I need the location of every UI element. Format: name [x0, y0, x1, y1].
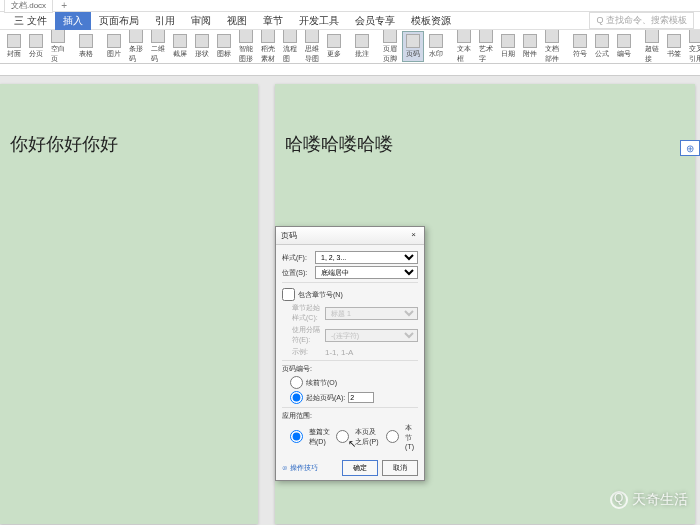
- cover-icon: [7, 34, 21, 48]
- menu-devtools[interactable]: 开发工具: [291, 12, 347, 30]
- horizontal-ruler[interactable]: [0, 64, 700, 76]
- include-chapter-checkbox[interactable]: [282, 288, 295, 301]
- close-icon[interactable]: ×: [408, 230, 419, 241]
- new-tab-button[interactable]: +: [57, 0, 71, 11]
- flowchart-icon: [283, 30, 297, 43]
- example-label: 示例:: [292, 347, 322, 357]
- bookmark-icon: [667, 34, 681, 48]
- document-canvas[interactable]: 你好你好你好 哈喽哈喽哈喽 ⊕ 页码 × 样式(F): 1, 2, 3... 位…: [0, 76, 700, 525]
- textbox-icon: [457, 30, 471, 43]
- blank-page-button[interactable]: 空白页: [48, 30, 68, 64]
- numbering-button[interactable]: 编号: [614, 32, 634, 61]
- example-value: 1-1, 1-A: [325, 348, 353, 357]
- hyperlink-button[interactable]: 超链接: [642, 30, 662, 64]
- cancel-button[interactable]: 取消: [382, 460, 418, 476]
- docer-button[interactable]: 稻壳素材: [258, 30, 278, 64]
- page-1[interactable]: 你好你好你好: [0, 84, 258, 524]
- shapes-button[interactable]: 形状: [192, 32, 212, 61]
- apply-from-radio[interactable]: [336, 430, 349, 443]
- barcode-icon: [129, 30, 143, 43]
- apply-section-radio[interactable]: [386, 430, 399, 443]
- menu-templates[interactable]: 模板资源: [403, 12, 459, 30]
- attachment-button[interactable]: 附件: [520, 32, 540, 61]
- mindmap-icon: [305, 30, 319, 43]
- header-footer-icon: [383, 30, 397, 43]
- apply-from-label: 本页及之后(P): [355, 427, 380, 447]
- format-select[interactable]: 1, 2, 3...: [315, 251, 418, 264]
- textbox-button[interactable]: 文本框: [454, 30, 474, 64]
- qrcode-button[interactable]: 二维码: [148, 30, 168, 64]
- menu-bar: 三 文件 插入 页面布局 引用 审阅 视图 章节 开发工具 会员专享 模板资源 …: [0, 12, 700, 30]
- symbol-button[interactable]: 符号: [570, 32, 590, 61]
- flowchart-button[interactable]: 流程图: [280, 30, 300, 64]
- more-icon: [327, 34, 341, 48]
- menu-file[interactable]: 三 文件: [6, 12, 55, 30]
- picture-icon: [107, 34, 121, 48]
- menu-page-layout[interactable]: 页面布局: [91, 12, 147, 30]
- page-1-text[interactable]: 你好你好你好: [0, 84, 258, 204]
- icons-icon: [217, 34, 231, 48]
- apply-whole-radio[interactable]: [290, 430, 303, 443]
- continue-label: 续前节(O): [306, 378, 337, 388]
- menu-references[interactable]: 引用: [147, 12, 183, 30]
- smartart-button[interactable]: 智能图形: [236, 30, 256, 64]
- chapter-style-select: 标题 1: [325, 307, 418, 320]
- menu-membership[interactable]: 会员专享: [347, 12, 403, 30]
- barcode-button[interactable]: 条形码: [126, 30, 146, 64]
- comment-icon: [355, 34, 369, 48]
- separator-select: -(连字符): [325, 329, 418, 342]
- date-button[interactable]: 日期: [498, 32, 518, 61]
- format-label: 样式(F):: [282, 253, 312, 263]
- table-button[interactable]: 表格: [76, 32, 96, 61]
- page-number-icon: [406, 34, 420, 48]
- start-at-radio[interactable]: [290, 391, 303, 404]
- page-number-button[interactable]: 页码: [402, 31, 424, 62]
- include-chapter-label: 包含章节号(N): [298, 290, 343, 300]
- qrcode-icon: [151, 30, 165, 43]
- page-break-icon: [29, 34, 43, 48]
- numbering-section-label: 页码编号:: [282, 364, 418, 374]
- watermark-icon: [429, 34, 443, 48]
- watermark-button[interactable]: 水印: [426, 32, 446, 61]
- start-at-input[interactable]: [348, 392, 374, 403]
- watermark-text: 天奇生活: [632, 491, 688, 509]
- picture-button[interactable]: 图片: [104, 32, 124, 61]
- menu-review[interactable]: 审阅: [183, 12, 219, 30]
- docparts-button[interactable]: 文档部件: [542, 30, 562, 64]
- smartart-icon: [239, 30, 253, 43]
- menu-insert[interactable]: 插入: [55, 12, 91, 30]
- comment-button[interactable]: 批注: [352, 32, 372, 61]
- date-icon: [501, 34, 515, 48]
- wordart-button[interactable]: 艺术字: [476, 30, 496, 64]
- page-number-dialog: 页码 × 样式(F): 1, 2, 3... 位置(S): 底端居中 包含章节号…: [275, 226, 425, 481]
- dialog-titlebar[interactable]: 页码 ×: [276, 227, 424, 245]
- ribbon-toolbar: 封面 分页 空白页 表格 图片 条形码 二维码 截屏 形状 图标 智能图形 稻壳…: [0, 30, 700, 64]
- bookmark-button[interactable]: 书签: [664, 32, 684, 61]
- attachment-icon: [523, 34, 537, 48]
- nav-locate-button[interactable]: ⊕: [680, 140, 700, 156]
- continue-radio[interactable]: [290, 376, 303, 389]
- ok-button[interactable]: 确定: [342, 460, 378, 476]
- watermark-logo-icon: [610, 491, 628, 509]
- equation-button[interactable]: 公式: [592, 32, 612, 61]
- more-button[interactable]: 更多: [324, 32, 344, 61]
- title-bar: 文档.docx +: [0, 0, 700, 12]
- search-input[interactable]: Q 查找命令、搜索模板: [589, 12, 694, 29]
- watermark: 天奇生活: [610, 491, 688, 509]
- cover-button[interactable]: 封面: [4, 32, 24, 61]
- icons-button[interactable]: 图标: [214, 32, 234, 61]
- position-select[interactable]: 底端居中: [315, 266, 418, 279]
- symbol-icon: [573, 34, 587, 48]
- menu-view[interactable]: 视图: [219, 12, 255, 30]
- page-2-text[interactable]: 哈喽哈喽哈喽: [275, 84, 695, 204]
- header-footer-button[interactable]: 页眉页脚: [380, 30, 400, 64]
- chapter-style-label: 章节起始样式(C):: [292, 303, 322, 323]
- tips-link[interactable]: ⊙ 操作技巧: [282, 463, 318, 473]
- shapes-icon: [195, 34, 209, 48]
- menu-section[interactable]: 章节: [255, 12, 291, 30]
- docer-icon: [261, 30, 275, 43]
- crossref-button[interactable]: 交叉引用: [686, 30, 700, 64]
- mindmap-button[interactable]: 思维导图: [302, 30, 322, 64]
- page-break-button[interactable]: 分页: [26, 32, 46, 61]
- screenshot-button[interactable]: 截屏: [170, 32, 190, 61]
